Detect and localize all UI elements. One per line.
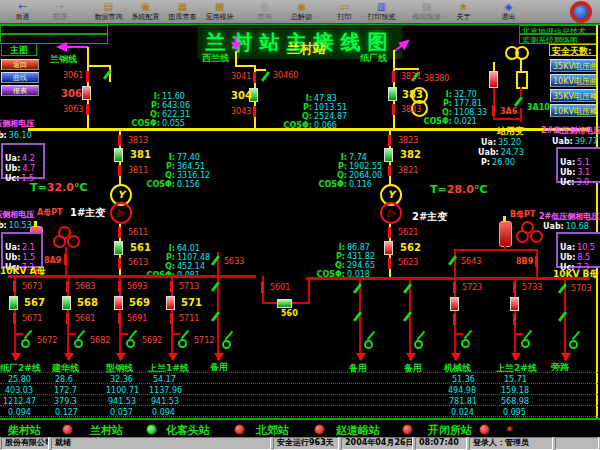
disconnector-5711[interactable] <box>170 313 173 324</box>
breaker-572[interactable] <box>450 297 459 311</box>
print-preview-button[interactable]: ▥打印预览 <box>363 1 400 22</box>
exit-button[interactable]: ◈退出 <box>490 1 527 22</box>
earth-switch-5672[interactable] <box>21 330 35 347</box>
earth-switch-5692[interactable] <box>126 330 140 347</box>
earth-switch-5732[interactable] <box>521 330 535 347</box>
breaker-569[interactable] <box>114 296 123 310</box>
forward-button[interactable]: →前进 <box>41 1 78 22</box>
disconnector-3061[interactable] <box>86 71 89 82</box>
back-button[interactable]: ←后退 <box>4 1 41 22</box>
nav-station-huaketou[interactable]: 化客头站 <box>166 423 210 438</box>
m-label: COSΦ: <box>420 117 452 126</box>
breaker-383[interactable] <box>388 87 397 101</box>
nav-station-zhaodaoyu[interactable]: 赵道峪站 <box>336 423 380 438</box>
quick-button-1[interactable]: 返回 <box>1 59 39 70</box>
disconnector-8a9[interactable] <box>64 254 67 265</box>
disconnector-5613[interactable] <box>118 258 121 269</box>
switch-3a10[interactable] <box>514 96 523 107</box>
disconnector-5611[interactable] <box>118 227 121 238</box>
disconnector-5671[interactable] <box>13 313 16 324</box>
breaker-561[interactable] <box>114 241 123 255</box>
wire <box>217 278 219 360</box>
spare-earth-switch[interactable] <box>414 331 428 348</box>
rehearse-button[interactable]: ▨模拟预演 <box>408 1 445 22</box>
disconnector-3043[interactable] <box>253 106 256 117</box>
nav-station-kaibisuo[interactable]: 开闭所站 <box>428 423 472 438</box>
about-button[interactable]: ★关于 <box>445 1 482 22</box>
disconnector-5683[interactable] <box>66 281 69 292</box>
curve-button-35kv[interactable]: 35KV电压曲线 <box>550 59 598 72</box>
breaker-562[interactable] <box>384 241 393 255</box>
disconnector-3041[interactable] <box>253 72 256 83</box>
disconnector-3831[interactable] <box>392 71 395 82</box>
disconnector-3811[interactable] <box>118 165 121 176</box>
breaker-571[interactable] <box>166 296 175 310</box>
disconnector-5731[interactable] <box>513 314 516 325</box>
feeder-value: 25.80 <box>8 376 31 384</box>
breaker-306[interactable] <box>82 86 91 100</box>
breaker-560[interactable] <box>277 299 292 308</box>
spare-earth-switch[interactable] <box>569 331 583 348</box>
feeder-name: 备用 <box>349 364 367 373</box>
quick-button-3[interactable]: 报表 <box>1 85 39 96</box>
spare-earth-switch[interactable] <box>364 331 378 348</box>
spare-earth-switch[interactable] <box>222 331 236 348</box>
sys-config-button[interactable]: ▣系统配置 <box>127 1 164 22</box>
disconnector-3821[interactable] <box>388 165 391 176</box>
disconnector-5693[interactable] <box>118 281 121 292</box>
nav-station-lancun[interactable]: 兰村站 <box>90 423 123 438</box>
breaker-label-562: 562 <box>400 243 421 253</box>
disconnector-3063[interactable] <box>86 104 89 115</box>
curve-button-10kv[interactable]: 10KV电压曲线 <box>550 74 598 87</box>
disc-label-5673: 5673 <box>22 283 42 291</box>
disconnector-5733[interactable] <box>513 282 516 293</box>
breaker-568[interactable] <box>62 296 71 310</box>
breaker-381[interactable] <box>114 148 123 162</box>
disconnector-3a6[interactable] <box>492 105 495 116</box>
bar-button-35kv[interactable]: 35KV电压棒图 <box>550 89 598 102</box>
breaker-382[interactable] <box>384 148 393 162</box>
disconnector-3833[interactable] <box>392 104 395 115</box>
disconnector-5713[interactable] <box>170 281 173 292</box>
main-map-button[interactable]: 主图 <box>1 43 37 56</box>
feeder-arrow-icon <box>116 353 126 361</box>
disconnector-8b9[interactable] <box>535 256 538 267</box>
gallery-button[interactable]: ▦图库查看 <box>164 1 201 22</box>
disconnector-3823[interactable] <box>388 135 391 146</box>
quick-button-2[interactable]: 曲线 <box>1 72 39 83</box>
link-gis[interactable]: 北京地理信息技术 <box>519 25 597 34</box>
ground-switch-30460[interactable] <box>261 71 270 82</box>
breaker-573[interactable] <box>510 297 519 311</box>
temp-unit: °C <box>474 183 488 196</box>
print-preview-icon: ▥ <box>363 1 400 12</box>
nav-station-beijiao[interactable]: 北郊站 <box>256 423 289 438</box>
earth-switch-5682[interactable] <box>74 330 88 347</box>
breaker-label-571: 571 <box>181 298 202 308</box>
disconnector-5673[interactable] <box>13 281 16 292</box>
print-button[interactable]: ▭打印 <box>326 1 363 22</box>
breaker-567[interactable] <box>9 296 18 310</box>
earth-switch-5722[interactable] <box>461 330 475 347</box>
disconnector-5721[interactable] <box>453 314 456 325</box>
disconnector-5621[interactable] <box>388 227 391 238</box>
disconnector-3813[interactable] <box>118 135 121 146</box>
transformer2-lv-winding-icon[interactable]: ▷ <box>380 202 402 224</box>
disconnector-5601[interactable] <box>261 282 264 293</box>
disconnector-5723[interactable] <box>453 282 456 293</box>
disconnector-5691[interactable] <box>118 313 121 324</box>
nav-station-chaicun[interactable]: 柴村站 <box>8 423 41 438</box>
breaker-3a6[interactable] <box>489 71 498 88</box>
sys-config-icon: ▣ <box>127 1 164 12</box>
earth-switch-5712[interactable] <box>178 330 192 347</box>
link-network[interactable]: 监测系统网络图 <box>519 34 597 44</box>
power-flow-arrow-left-icon <box>56 42 67 52</box>
unlock-all-button[interactable]: ◉总解锁 <box>283 1 320 22</box>
bar-button-10kv[interactable]: 10KV电压棒图 <box>550 104 598 117</box>
transformer1-lv-winding-icon[interactable]: ▷ <box>110 202 132 224</box>
data-query-button[interactable]: ▤数据查询 <box>90 1 127 22</box>
query-button[interactable]: ◎查询 <box>246 1 283 22</box>
modules-button[interactable]: ▩应用模块 <box>201 1 238 22</box>
quick-button-1-label: 返回 <box>13 61 27 69</box>
disconnector-5681[interactable] <box>66 313 69 324</box>
disconnector-5623[interactable] <box>388 258 391 269</box>
